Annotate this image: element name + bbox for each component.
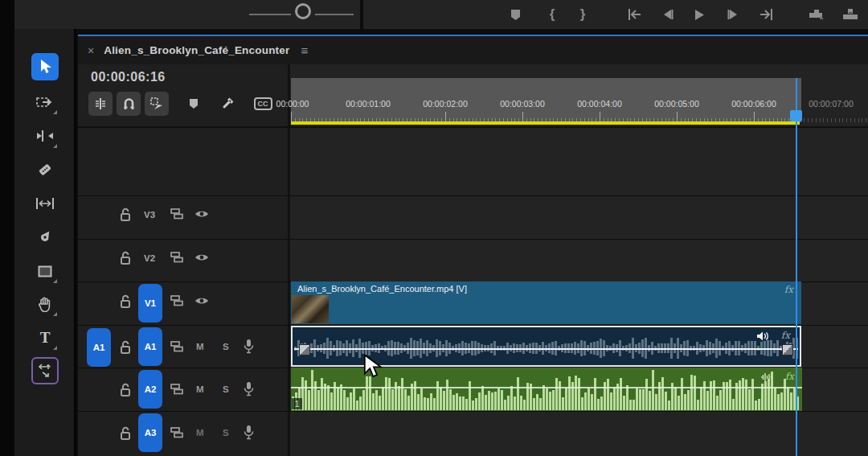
work-area-yellow-bar (291, 121, 800, 125)
type-tool-icon[interactable]: T (31, 324, 59, 351)
mute-button[interactable]: M (196, 428, 204, 438)
go-to-in-icon[interactable] (624, 0, 646, 29)
lift-icon[interactable] (805, 0, 828, 29)
track-target-a3[interactable]: A3 (138, 413, 162, 452)
voiceover-mic-icon[interactable] (244, 339, 254, 354)
ruler-label: 00:00:03:00 (500, 99, 544, 109)
track-target-a2[interactable]: A2 (138, 370, 162, 409)
sync-lock-icon[interactable] (170, 341, 184, 352)
timeline-settings-wrench-icon[interactable] (215, 92, 240, 116)
add-marker-timeline-icon[interactable] (182, 92, 206, 116)
sync-lock-icon[interactable] (170, 427, 184, 438)
source-patch-a1[interactable]: A1 (87, 328, 111, 367)
row-separator (78, 411, 868, 412)
lock-track-icon[interactable] (120, 251, 132, 265)
sequence-tab-title[interactable]: Alien_s_Brooklyn_Café_Encounter (104, 44, 289, 56)
left-edge-strip (0, 0, 14, 456)
video-clip-label: Alien_s_Brooklyn_Café_Encounter.mp4 [V] (297, 284, 467, 294)
track-target-v1[interactable]: V1 (138, 284, 162, 322)
sync-lock-icon[interactable] (170, 252, 184, 263)
solo-button[interactable]: S (223, 428, 229, 438)
play-icon[interactable] (688, 0, 710, 29)
mark-in-icon[interactable]: { (542, 0, 563, 29)
fx-badge: fx (784, 284, 793, 295)
solo-button[interactable]: S (223, 384, 229, 394)
transform-tool-icon[interactable] (31, 357, 59, 384)
nest-toggle-icon[interactable] (88, 92, 113, 116)
ruler-label: 00:00:04:00 (577, 99, 621, 109)
close-tab-icon[interactable]: × (88, 44, 94, 57)
selection-tool-icon[interactable] (31, 53, 59, 80)
solo-button[interactable]: S (223, 342, 229, 351)
toggle-track-output-eye-icon[interactable] (194, 253, 209, 262)
slider-knob[interactable] (295, 3, 311, 19)
lock-track-icon[interactable] (120, 207, 132, 221)
step-forward-icon[interactable] (722, 0, 744, 29)
sync-lock-icon[interactable] (170, 384, 184, 395)
premiere-timeline-screenshot: { } (0, 0, 868, 456)
add-marker-icon[interactable] (505, 0, 526, 29)
slip-tool-icon[interactable] (31, 190, 59, 217)
mouse-cursor (363, 354, 383, 380)
track-label-v3[interactable]: V3 (144, 210, 155, 220)
sync-lock-icon[interactable] (170, 295, 184, 306)
panel-menu-icon[interactable]: ≡ (301, 43, 308, 57)
playhead-line[interactable] (796, 78, 797, 456)
row-separator (78, 195, 868, 196)
mute-button[interactable]: M (196, 384, 204, 394)
clip-thumbnail (292, 295, 329, 323)
lock-track-icon[interactable] (120, 426, 132, 440)
sequence-tab-bar: × Alien_s_Brooklyn_Café_Encounter ≡ (78, 36, 868, 64)
linked-selection-icon[interactable] (145, 92, 169, 116)
fx-badge: fx (785, 371, 794, 382)
ripple-edit-tool-icon[interactable] (31, 122, 59, 150)
tools-panel: T (14, 29, 76, 456)
ruler-label: 00:00:02:00 (423, 99, 467, 109)
ruler-label: 00:00:07:00 (809, 99, 853, 109)
extract-icon[interactable] (839, 0, 862, 29)
lock-track-icon[interactable] (120, 340, 132, 354)
volume-handle-left[interactable] (299, 344, 310, 355)
pen-tool-icon[interactable] (31, 224, 59, 251)
rectangle-tool-icon[interactable] (31, 257, 59, 285)
video-clip-v1[interactable]: Alien_s_Brooklyn_Café_Encounter.mp4 [V] … (291, 281, 801, 324)
slider-track-left (249, 14, 291, 15)
track-select-forward-tool-icon[interactable] (31, 88, 59, 116)
lock-track-icon[interactable] (120, 383, 132, 396)
fx-badge: fx (781, 330, 790, 341)
track-target-a1[interactable]: A1 (138, 327, 162, 366)
ruler-separator (78, 126, 868, 128)
speaker-icon (756, 331, 769, 341)
go-to-out-icon[interactable] (755, 0, 777, 29)
ruler-label: 00:00:01:00 (346, 99, 390, 109)
volume-handle-right[interactable] (782, 344, 793, 355)
zoom-slider[interactable] (249, 0, 354, 29)
sync-lock-icon[interactable] (170, 208, 184, 220)
row-separator (78, 239, 868, 240)
razor-tool-icon[interactable] (31, 156, 59, 183)
snap-magnet-icon[interactable] (117, 92, 141, 116)
toggle-track-output-eye-icon[interactable] (194, 209, 209, 219)
voiceover-mic-icon[interactable] (244, 425, 254, 440)
track-label-v2[interactable]: V2 (144, 253, 155, 263)
header-content-divider (288, 64, 290, 456)
hand-tool-icon[interactable] (31, 290, 59, 318)
step-back-icon[interactable] (657, 0, 679, 29)
captions-cc-icon[interactable]: CC (251, 92, 275, 116)
mark-out-icon[interactable]: } (572, 0, 593, 29)
program-monitor-bar: { } (0, 0, 868, 29)
playhead-timecode[interactable]: 00:00:06:16 (91, 70, 166, 84)
volume-rubber-band[interactable] (294, 348, 798, 350)
toggle-track-output-eye-icon[interactable] (194, 296, 209, 306)
lock-track-icon[interactable] (120, 294, 132, 308)
ruler-label: 00:00:05:00 (654, 99, 698, 109)
slider-track-right (315, 14, 354, 15)
voiceover-mic-icon[interactable] (244, 381, 254, 396)
volume-rubber-band[interactable] (291, 387, 802, 388)
panel-divider (360, 0, 363, 29)
waveform-badge-icon (760, 372, 773, 382)
ruler-label: 00:00:06:00 (731, 99, 776, 109)
mute-button[interactable]: M (196, 342, 204, 351)
playhead-handle[interactable] (790, 110, 802, 121)
channel-badge: 1 (292, 398, 302, 409)
